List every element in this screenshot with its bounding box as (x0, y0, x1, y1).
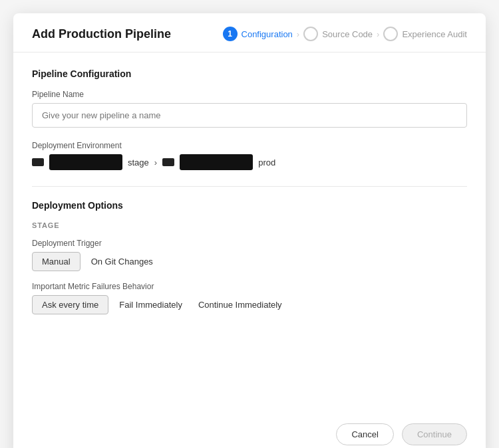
stage-block (49, 154, 122, 170)
deployment-trigger-label: Deployment Trigger (32, 239, 467, 248)
pipeline-name-label: Pipeline Name (32, 90, 467, 99)
env-arrow: › (154, 158, 157, 168)
step-configuration: 1 Configuration (223, 27, 293, 41)
prod-label: prod (258, 158, 275, 168)
metric-ask-every-time-button[interactable]: Ask every time (32, 295, 108, 314)
metric-continue-immediately[interactable]: Continue Immediately (193, 296, 287, 314)
prod-block (180, 154, 253, 170)
modal-footer: Cancel Continue (13, 413, 486, 448)
step-experience-audit: Experience Audit (383, 27, 467, 41)
continue-button[interactable]: Continue (402, 423, 467, 445)
step-2-label: Source Code (322, 29, 373, 39)
step-source-code: Source Code (303, 27, 373, 41)
stage-icon (32, 158, 44, 166)
stage-label: stage (128, 158, 149, 168)
trigger-manual-button[interactable]: Manual (32, 252, 81, 271)
deployment-env-row: stage › prod (32, 154, 467, 170)
step-3-label: Experience Audit (402, 29, 467, 39)
deployment-env-label: Deployment Environment (32, 141, 467, 150)
cancel-button[interactable]: Cancel (336, 423, 393, 445)
step-arrow-2: › (377, 29, 379, 39)
section-divider (32, 186, 467, 187)
modal: Add Production Pipeline 1 Configuration … (13, 13, 486, 448)
pipeline-config-title: Pipeline Configuration (32, 68, 467, 79)
stage-subsection-label: STAGE (32, 221, 467, 229)
metric-fail-immediately[interactable]: Fail Immediately (114, 296, 188, 314)
step-2-circle (303, 27, 318, 41)
modal-header: Add Production Pipeline 1 Configuration … (13, 13, 486, 53)
prod-icon (162, 158, 174, 166)
step-1-circle: 1 (223, 27, 238, 41)
trigger-git-changes[interactable]: On Git Changes (86, 253, 158, 271)
steps-nav: 1 Configuration › Source Code › Experien… (223, 27, 467, 41)
metric-failures-label: Important Metric Failures Behavior (32, 282, 467, 291)
deployment-trigger-group: Manual On Git Changes (32, 252, 467, 271)
modal-body: Pipeline Configuration Pipeline Name Dep… (13, 53, 486, 413)
step-arrow-1: › (297, 29, 299, 39)
step-1-label: Configuration (242, 29, 293, 39)
pipeline-name-input[interactable] (32, 103, 467, 128)
modal-title: Add Production Pipeline (32, 27, 171, 41)
step-3-circle (383, 27, 398, 41)
deployment-options-title: Deployment Options (32, 200, 467, 211)
metric-failures-group: Ask every time Fail Immediately Continue… (32, 295, 467, 314)
